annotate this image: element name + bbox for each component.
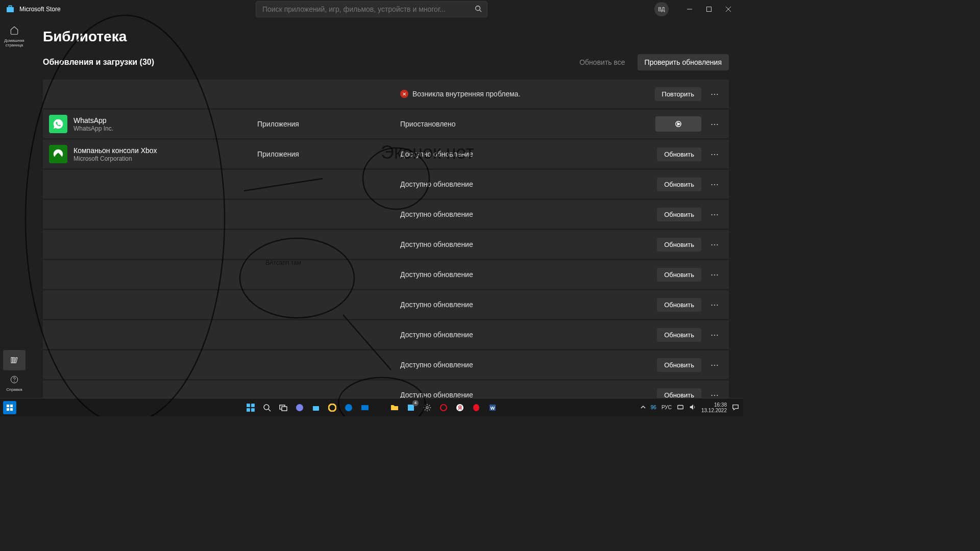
more-button[interactable]: ⋯ xyxy=(706,146,723,162)
svg-marker-14 xyxy=(677,122,680,125)
svg-rect-0 xyxy=(7,7,14,12)
tb-start[interactable] xyxy=(244,401,257,414)
nav-library[interactable] xyxy=(3,350,26,370)
app-meta: WhatsAppWhatsApp Inc. xyxy=(74,116,257,132)
minimize-button[interactable] xyxy=(681,2,698,16)
app-row[interactable]: Доступно обновлениеОбновить⋯ xyxy=(43,320,729,349)
more-button[interactable]: ⋯ xyxy=(706,266,723,283)
tb-app-explorer[interactable] xyxy=(388,401,401,414)
update-button[interactable]: Обновить xyxy=(657,358,701,372)
titlebar: Microsoft Store ВД xyxy=(0,0,743,18)
tb-app-mail[interactable] xyxy=(358,401,372,414)
tb-app-word[interactable]: W xyxy=(486,401,499,414)
update-button[interactable]: Обновить xyxy=(657,328,701,342)
app-status: Доступно обновление xyxy=(400,391,657,398)
tb-taskview[interactable] xyxy=(277,401,290,414)
svg-line-30 xyxy=(268,409,271,411)
close-button[interactable] xyxy=(720,2,737,16)
tray-clock[interactable]: 16:38 13.12.2022 xyxy=(701,402,727,413)
tray-notifications-icon[interactable] xyxy=(732,404,739,412)
check-updates-button[interactable]: Проверить обновления xyxy=(638,54,729,70)
svg-rect-46 xyxy=(678,405,683,409)
app-meta xyxy=(74,184,257,185)
app-row[interactable]: Доступно обновлениеОбновить⋯ xyxy=(43,230,729,259)
section-header: Обновления и загрузки (30) Обновить все … xyxy=(43,54,729,70)
app-row[interactable]: ✕Возникла внутренняя проблема.Повторить⋯ xyxy=(43,80,729,108)
resume-button[interactable] xyxy=(655,116,701,132)
main-content: Библиотека Обновления и загрузки (30) Об… xyxy=(29,18,743,398)
row-actions: Обновить⋯ xyxy=(657,387,723,398)
retry-button[interactable]: Повторить xyxy=(655,87,701,101)
tb-app-opera1[interactable] xyxy=(437,401,450,414)
more-button[interactable]: ⋯ xyxy=(706,327,723,343)
tb-app-yandex[interactable]: Я xyxy=(453,401,467,414)
search-input[interactable] xyxy=(262,5,469,13)
tray-volume-icon[interactable] xyxy=(689,404,696,412)
update-button[interactable]: Обновить xyxy=(657,238,701,252)
status-text: Доступно обновление xyxy=(400,210,473,218)
app-meta: Компаньон консоли XboxMicrosoft Corporat… xyxy=(74,146,257,162)
tray-language[interactable]: РУС xyxy=(662,405,672,410)
tray-number[interactable]: 96 xyxy=(651,405,656,410)
more-button[interactable]: ⋯ xyxy=(706,116,723,132)
svg-text:W: W xyxy=(491,406,495,411)
app-row[interactable]: Компаньон консоли XboxMicrosoft Corporat… xyxy=(43,140,729,168)
update-button[interactable]: Обновить xyxy=(657,268,701,282)
nav-help[interactable]: Справка xyxy=(1,372,28,393)
app-status: Доступно обновление xyxy=(400,300,657,309)
tray-network-icon[interactable] xyxy=(677,404,684,412)
tray-chevron-icon[interactable] xyxy=(641,405,646,411)
update-all-button[interactable]: Обновить все xyxy=(572,54,632,70)
tb-app-chat[interactable] xyxy=(293,401,306,414)
tb-app-edge[interactable] xyxy=(342,401,355,414)
tb-search[interactable] xyxy=(260,401,274,414)
row-actions: ⋯ xyxy=(655,116,723,132)
app-meta xyxy=(74,214,257,215)
tb-app-settings[interactable] xyxy=(421,401,434,414)
update-button[interactable]: Обновить xyxy=(657,178,701,191)
app-row[interactable]: Доступно обновлениеОбновить⋯ xyxy=(43,350,729,379)
more-button[interactable]: ⋯ xyxy=(706,357,723,373)
tb-app-chrome[interactable] xyxy=(326,401,339,414)
search-box[interactable] xyxy=(256,1,487,17)
app-row[interactable]: Доступно обновлениеОбновить⋯ xyxy=(43,290,729,319)
update-button[interactable]: Обновить xyxy=(657,147,701,161)
app-row[interactable]: Доступно обновлениеОбновить⋯ xyxy=(43,381,729,398)
app-status: Приостановлено xyxy=(400,120,655,128)
tb-app-opera2[interactable] xyxy=(470,401,483,414)
update-button[interactable]: Обновить xyxy=(657,298,701,312)
tb-widgets[interactable] xyxy=(3,401,16,414)
app-row[interactable]: WhatsAppWhatsApp Inc.ПриложенияПриостано… xyxy=(43,110,729,138)
status-text: Доступно обновление xyxy=(400,180,473,188)
app-row[interactable]: Доступно обновлениеОбновить⋯ xyxy=(43,260,729,289)
svg-point-2 xyxy=(476,6,480,10)
app-name: WhatsApp xyxy=(74,116,257,124)
row-actions: Обновить⋯ xyxy=(657,266,723,283)
more-button[interactable]: ⋯ xyxy=(706,296,723,313)
more-button[interactable]: ⋯ xyxy=(706,236,723,253)
app-row[interactable]: Доступно обновлениеОбновить⋯ xyxy=(43,170,729,198)
tb-app-generic[interactable]: 4 xyxy=(404,401,418,414)
app-row[interactable]: Доступно обновлениеОбновить⋯ xyxy=(43,200,729,229)
status-text: Доступно обновление xyxy=(400,270,473,279)
app-meta xyxy=(74,305,257,305)
help-icon xyxy=(10,375,18,386)
svg-rect-21 xyxy=(7,404,9,407)
svg-point-40 xyxy=(440,405,447,411)
more-button[interactable]: ⋯ xyxy=(706,86,723,102)
row-actions: Обновить⋯ xyxy=(657,357,723,373)
user-avatar[interactable]: ВД xyxy=(654,2,669,16)
titlebar-right: ВД xyxy=(654,2,737,16)
store-icon xyxy=(6,5,14,13)
maximize-button[interactable] xyxy=(700,2,718,16)
tb-app-store[interactable] xyxy=(309,401,323,414)
more-button[interactable]: ⋯ xyxy=(706,176,723,192)
nav-home[interactable]: Домашняя страница xyxy=(1,22,28,48)
update-button[interactable]: Обновить xyxy=(657,388,701,398)
taskbar-tray: 96 РУС 16:38 13.12.2022 xyxy=(641,402,743,413)
more-button[interactable]: ⋯ xyxy=(706,206,723,222)
more-button[interactable]: ⋯ xyxy=(706,387,723,398)
app-status: Доступно обновление xyxy=(400,361,657,369)
update-button[interactable]: Обновить xyxy=(657,208,701,221)
section-title: Обновления и загрузки (30) xyxy=(43,58,154,67)
